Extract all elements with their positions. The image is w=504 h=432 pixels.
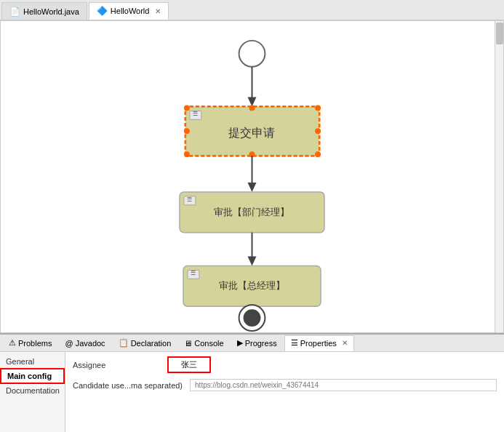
- candidate-label: Candidate use...ma separated): [73, 381, 183, 390]
- workflow-diagram: ☰ 提交申请 ☰ 审批【部门经理】 ☰ 审批【总经理】: [1, 21, 503, 332]
- javadoc-icon: @: [65, 339, 73, 348]
- arrowhead-3: [248, 256, 257, 265]
- tab-properties-label: Properties: [300, 339, 337, 348]
- tab-properties[interactable]: ☰ Properties ✕: [284, 335, 354, 351]
- task2-label: 审批【部门经理】: [215, 207, 290, 217]
- scrollbar-thumb[interactable]: [496, 23, 503, 44]
- properties-area: Assignee 张三 Candidate use...ma separated…: [65, 352, 504, 432]
- scrollbar-vertical[interactable]: [495, 21, 503, 332]
- task1-icon-text: ☰: [193, 111, 198, 117]
- handle-br: [315, 151, 321, 157]
- bottom-panel: ⚠ Problems @ Javadoc 📋 Declaration 🖥 Con…: [0, 333, 504, 432]
- handle-tl: [184, 105, 190, 111]
- arrowhead-2: [248, 183, 257, 192]
- handle-ml: [184, 128, 190, 134]
- sidebar-main-config[interactable]: Main config: [0, 368, 65, 384]
- sidebar-general-label: General: [6, 357, 34, 366]
- bottom-tab-bar: ⚠ Problems @ Javadoc 📋 Declaration 🖥 Con…: [0, 335, 504, 352]
- progress-icon: ▶: [237, 338, 243, 348]
- tab-label-diagram: HelloWorld: [111, 7, 150, 15]
- task3-icon-text: ☰: [191, 270, 196, 276]
- tab-close-icon[interactable]: ✕: [155, 7, 161, 15]
- tab-label-file: HelloWorld.java: [23, 7, 79, 16]
- file-icon: 📄: [9, 7, 20, 17]
- assignee-value[interactable]: 张三: [167, 356, 211, 373]
- tab-problems-label: Problems: [18, 339, 52, 348]
- console-icon: 🖥: [184, 339, 192, 348]
- end-node-inner: [244, 309, 261, 327]
- diagram-icon: 🔷: [97, 6, 108, 16]
- handle-tc: [249, 105, 255, 111]
- task3-label: 审批【总经理】: [219, 280, 285, 291]
- handle-tr: [315, 105, 321, 111]
- properties-icon: ☰: [291, 338, 298, 348]
- assignee-label: Assignee: [73, 361, 160, 369]
- sidebar-main-config-label: Main config: [7, 372, 52, 380]
- properties-tab-close-icon[interactable]: ✕: [342, 339, 348, 347]
- tab-problems[interactable]: ⚠ Problems: [3, 335, 57, 351]
- candidate-input[interactable]: [190, 379, 497, 391]
- candidate-row: Candidate use...ma separated): [73, 379, 497, 391]
- task2-icon-text: ☰: [187, 196, 192, 203]
- problems-icon: ⚠: [9, 338, 16, 348]
- tab-declaration-label: Declaration: [131, 339, 172, 348]
- assignee-row: Assignee 张三: [73, 356, 497, 373]
- sidebar-documentation-label: Documentation: [6, 386, 60, 395]
- diagram-area: ☰ 提交申请 ☰ 审批【部门经理】 ☰ 审批【总经理】: [0, 20, 504, 333]
- tab-javadoc-label: Javadoc: [76, 339, 105, 348]
- declaration-icon: 📋: [119, 338, 129, 348]
- tab-console-label: Console: [194, 339, 223, 348]
- tab-javadoc[interactable]: @ Javadoc: [59, 335, 111, 351]
- start-node: [239, 41, 265, 67]
- tab-progress-label: Progress: [245, 339, 277, 348]
- tab-helloworldjava[interactable]: 📄 HelloWorld.java: [1, 2, 87, 20]
- handle-mr: [315, 128, 321, 134]
- task1-label: 提交申请: [229, 127, 276, 139]
- tab-progress[interactable]: ▶ Progress: [231, 335, 283, 351]
- tab-helloworld-diagram[interactable]: 🔷 HelloWorld ✕: [89, 2, 169, 20]
- tab-console[interactable]: 🖥 Console: [178, 335, 229, 351]
- bottom-content: General Main config Documentation Assign…: [0, 352, 504, 432]
- sidebar-documentation[interactable]: Documentation: [0, 384, 65, 397]
- sidebar-general[interactable]: General: [0, 355, 65, 368]
- handle-bl: [184, 151, 190, 157]
- tab-declaration[interactable]: 📋 Declaration: [113, 335, 177, 351]
- bottom-sidebar: General Main config Documentation: [0, 352, 65, 432]
- tab-bar: 📄 HelloWorld.java 🔷 HelloWorld ✕: [0, 0, 504, 20]
